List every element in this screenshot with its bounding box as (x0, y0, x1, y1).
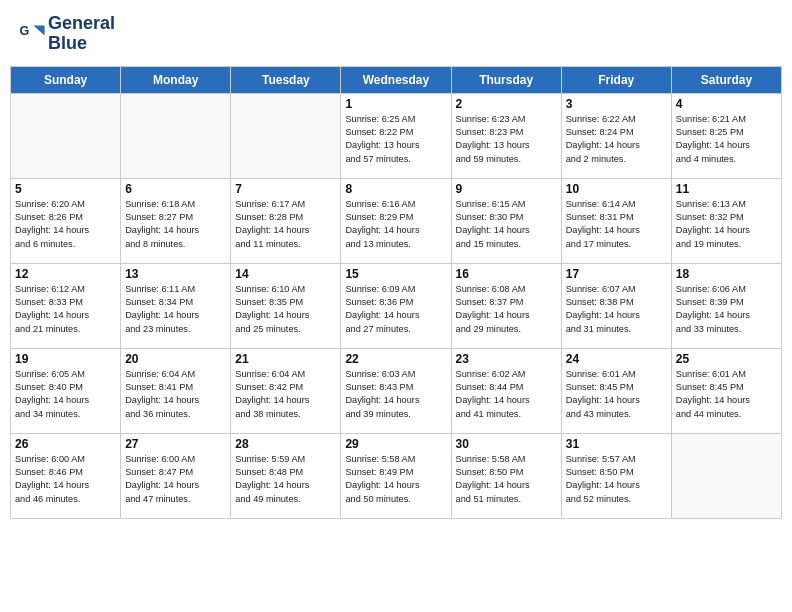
day-number: 21 (235, 352, 336, 366)
logo: G General Blue (18, 14, 115, 54)
calendar-cell: 18Sunrise: 6:06 AMSunset: 8:39 PMDayligh… (671, 263, 781, 348)
day-info: Sunrise: 6:20 AMSunset: 8:26 PMDaylight:… (15, 198, 116, 251)
calendar-cell: 9Sunrise: 6:15 AMSunset: 8:30 PMDaylight… (451, 178, 561, 263)
day-number: 12 (15, 267, 116, 281)
page-header: G General Blue (10, 10, 782, 58)
calendar-cell: 6Sunrise: 6:18 AMSunset: 8:27 PMDaylight… (121, 178, 231, 263)
calendar-cell: 22Sunrise: 6:03 AMSunset: 8:43 PMDayligh… (341, 348, 451, 433)
calendar-cell: 17Sunrise: 6:07 AMSunset: 8:38 PMDayligh… (561, 263, 671, 348)
day-info: Sunrise: 6:02 AMSunset: 8:44 PMDaylight:… (456, 368, 557, 421)
day-info: Sunrise: 6:22 AMSunset: 8:24 PMDaylight:… (566, 113, 667, 166)
calendar-week-1: 1Sunrise: 6:25 AMSunset: 8:22 PMDaylight… (11, 93, 782, 178)
calendar-cell: 21Sunrise: 6:04 AMSunset: 8:42 PMDayligh… (231, 348, 341, 433)
calendar-cell: 7Sunrise: 6:17 AMSunset: 8:28 PMDaylight… (231, 178, 341, 263)
day-info: Sunrise: 6:05 AMSunset: 8:40 PMDaylight:… (15, 368, 116, 421)
calendar-cell: 19Sunrise: 6:05 AMSunset: 8:40 PMDayligh… (11, 348, 121, 433)
calendar-cell: 14Sunrise: 6:10 AMSunset: 8:35 PMDayligh… (231, 263, 341, 348)
day-info: Sunrise: 6:23 AMSunset: 8:23 PMDaylight:… (456, 113, 557, 166)
calendar-cell (231, 93, 341, 178)
day-info: Sunrise: 6:15 AMSunset: 8:30 PMDaylight:… (456, 198, 557, 251)
calendar-week-2: 5Sunrise: 6:20 AMSunset: 8:26 PMDaylight… (11, 178, 782, 263)
day-info: Sunrise: 6:11 AMSunset: 8:34 PMDaylight:… (125, 283, 226, 336)
day-number: 8 (345, 182, 446, 196)
day-number: 13 (125, 267, 226, 281)
day-info: Sunrise: 5:58 AMSunset: 8:50 PMDaylight:… (456, 453, 557, 506)
day-info: Sunrise: 6:13 AMSunset: 8:32 PMDaylight:… (676, 198, 777, 251)
day-info: Sunrise: 6:17 AMSunset: 8:28 PMDaylight:… (235, 198, 336, 251)
calendar-cell: 30Sunrise: 5:58 AMSunset: 8:50 PMDayligh… (451, 433, 561, 518)
day-number: 28 (235, 437, 336, 451)
day-number: 14 (235, 267, 336, 281)
calendar-cell: 29Sunrise: 5:58 AMSunset: 8:49 PMDayligh… (341, 433, 451, 518)
calendar-week-3: 12Sunrise: 6:12 AMSunset: 8:33 PMDayligh… (11, 263, 782, 348)
day-number: 9 (456, 182, 557, 196)
day-info: Sunrise: 6:21 AMSunset: 8:25 PMDaylight:… (676, 113, 777, 166)
day-info: Sunrise: 6:01 AMSunset: 8:45 PMDaylight:… (566, 368, 667, 421)
day-number: 20 (125, 352, 226, 366)
day-info: Sunrise: 6:03 AMSunset: 8:43 PMDaylight:… (345, 368, 446, 421)
weekday-header-saturday: Saturday (671, 66, 781, 93)
day-info: Sunrise: 6:06 AMSunset: 8:39 PMDaylight:… (676, 283, 777, 336)
calendar-cell (11, 93, 121, 178)
day-number: 6 (125, 182, 226, 196)
calendar-cell: 10Sunrise: 6:14 AMSunset: 8:31 PMDayligh… (561, 178, 671, 263)
day-info: Sunrise: 6:12 AMSunset: 8:33 PMDaylight:… (15, 283, 116, 336)
day-number: 27 (125, 437, 226, 451)
day-info: Sunrise: 6:04 AMSunset: 8:42 PMDaylight:… (235, 368, 336, 421)
day-number: 31 (566, 437, 667, 451)
day-number: 26 (15, 437, 116, 451)
day-info: Sunrise: 6:25 AMSunset: 8:22 PMDaylight:… (345, 113, 446, 166)
weekday-header-row: SundayMondayTuesdayWednesdayThursdayFrid… (11, 66, 782, 93)
logo-text-line2: Blue (48, 34, 115, 54)
day-number: 25 (676, 352, 777, 366)
day-number: 16 (456, 267, 557, 281)
weekday-header-tuesday: Tuesday (231, 66, 341, 93)
calendar-cell: 5Sunrise: 6:20 AMSunset: 8:26 PMDaylight… (11, 178, 121, 263)
day-info: Sunrise: 6:00 AMSunset: 8:47 PMDaylight:… (125, 453, 226, 506)
calendar-cell (671, 433, 781, 518)
calendar-cell: 4Sunrise: 6:21 AMSunset: 8:25 PMDaylight… (671, 93, 781, 178)
day-number: 24 (566, 352, 667, 366)
calendar-cell: 8Sunrise: 6:16 AMSunset: 8:29 PMDaylight… (341, 178, 451, 263)
svg-text:G: G (19, 24, 29, 38)
day-info: Sunrise: 6:00 AMSunset: 8:46 PMDaylight:… (15, 453, 116, 506)
day-info: Sunrise: 6:18 AMSunset: 8:27 PMDaylight:… (125, 198, 226, 251)
weekday-header-monday: Monday (121, 66, 231, 93)
weekday-header-wednesday: Wednesday (341, 66, 451, 93)
calendar-cell: 25Sunrise: 6:01 AMSunset: 8:45 PMDayligh… (671, 348, 781, 433)
logo-icon: G (18, 20, 46, 48)
calendar-cell: 12Sunrise: 6:12 AMSunset: 8:33 PMDayligh… (11, 263, 121, 348)
calendar-cell: 27Sunrise: 6:00 AMSunset: 8:47 PMDayligh… (121, 433, 231, 518)
calendar-cell: 3Sunrise: 6:22 AMSunset: 8:24 PMDaylight… (561, 93, 671, 178)
day-info: Sunrise: 6:16 AMSunset: 8:29 PMDaylight:… (345, 198, 446, 251)
day-number: 29 (345, 437, 446, 451)
day-number: 18 (676, 267, 777, 281)
day-number: 4 (676, 97, 777, 111)
calendar-table: SundayMondayTuesdayWednesdayThursdayFrid… (10, 66, 782, 519)
day-info: Sunrise: 6:07 AMSunset: 8:38 PMDaylight:… (566, 283, 667, 336)
day-number: 23 (456, 352, 557, 366)
calendar-cell: 24Sunrise: 6:01 AMSunset: 8:45 PMDayligh… (561, 348, 671, 433)
calendar-cell: 31Sunrise: 5:57 AMSunset: 8:50 PMDayligh… (561, 433, 671, 518)
day-number: 30 (456, 437, 557, 451)
calendar-week-4: 19Sunrise: 6:05 AMSunset: 8:40 PMDayligh… (11, 348, 782, 433)
calendar-cell (121, 93, 231, 178)
calendar-cell: 1Sunrise: 6:25 AMSunset: 8:22 PMDaylight… (341, 93, 451, 178)
day-info: Sunrise: 6:08 AMSunset: 8:37 PMDaylight:… (456, 283, 557, 336)
calendar-cell: 15Sunrise: 6:09 AMSunset: 8:36 PMDayligh… (341, 263, 451, 348)
logo-text-line1: General (48, 14, 115, 34)
weekday-header-thursday: Thursday (451, 66, 561, 93)
day-info: Sunrise: 5:59 AMSunset: 8:48 PMDaylight:… (235, 453, 336, 506)
day-number: 19 (15, 352, 116, 366)
day-number: 2 (456, 97, 557, 111)
weekday-header-sunday: Sunday (11, 66, 121, 93)
day-info: Sunrise: 6:10 AMSunset: 8:35 PMDaylight:… (235, 283, 336, 336)
calendar-cell: 28Sunrise: 5:59 AMSunset: 8:48 PMDayligh… (231, 433, 341, 518)
svg-marker-1 (33, 25, 44, 35)
day-number: 3 (566, 97, 667, 111)
day-number: 1 (345, 97, 446, 111)
day-number: 17 (566, 267, 667, 281)
calendar-cell: 26Sunrise: 6:00 AMSunset: 8:46 PMDayligh… (11, 433, 121, 518)
calendar-cell: 13Sunrise: 6:11 AMSunset: 8:34 PMDayligh… (121, 263, 231, 348)
day-info: Sunrise: 6:09 AMSunset: 8:36 PMDaylight:… (345, 283, 446, 336)
